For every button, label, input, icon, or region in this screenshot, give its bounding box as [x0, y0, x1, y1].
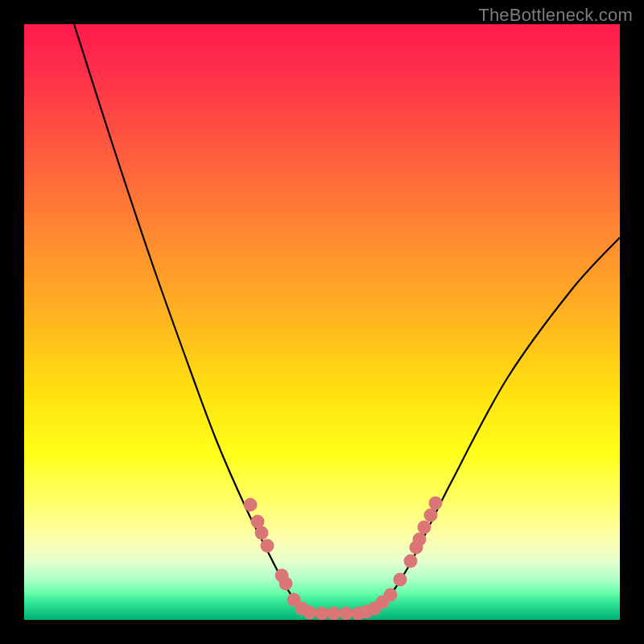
curve-left-path — [74, 24, 314, 613]
curve-right-path — [362, 237, 620, 613]
curve-marker — [303, 606, 317, 620]
bottleneck-chart — [24, 24, 620, 620]
curve-marker — [429, 497, 443, 510]
curve-markers-group — [244, 497, 443, 621]
watermark-label: TheBottleneck.com — [478, 5, 633, 26]
curve-marker — [255, 526, 269, 540]
curve-marker — [418, 521, 431, 535]
curve-marker — [404, 555, 418, 568]
curve-marker — [279, 577, 293, 591]
curve-marker — [328, 607, 341, 621]
curve-marker — [394, 573, 407, 587]
page-frame: TheBottleneck.com — [0, 0, 644, 644]
curve-marker — [413, 533, 427, 547]
curve-marker — [261, 539, 275, 553]
curve-marker — [340, 607, 353, 621]
curve-marker — [384, 588, 398, 602]
curve-marker — [316, 607, 329, 621]
curve-marker — [424, 509, 438, 522]
curve-marker — [244, 498, 258, 512]
bottleneck-curve-svg — [24, 24, 620, 620]
